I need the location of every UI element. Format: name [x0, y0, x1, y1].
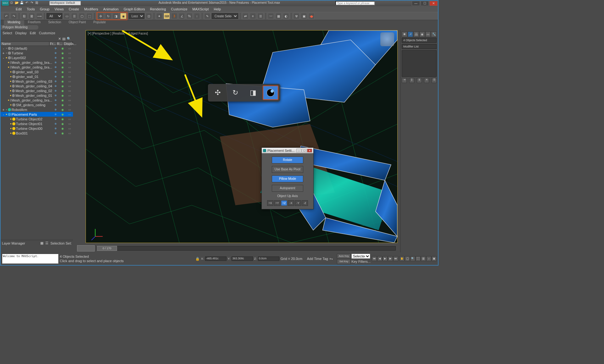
selset-icon[interactable]: ☰	[45, 241, 48, 245]
tree-row[interactable]: ●Mesh_girder_ceiling_bra...❄◉▭	[1, 65, 73, 69]
modifier-stack[interactable]	[402, 50, 437, 77]
tree-row[interactable]: ●SM_girders_ceiling❄◉▭	[1, 102, 73, 107]
tree-row[interactable]: -●Layer002❄◉▭	[1, 55, 73, 60]
undo-icon[interactable]: ↶	[25, 1, 29, 5]
menu-create[interactable]: Create	[66, 7, 81, 12]
use-base-pivot-button[interactable]: Use Base As Pivot	[272, 166, 303, 173]
pivot-button[interactable]: ⊡	[146, 13, 152, 19]
time-slider[interactable]: 0 / 170	[76, 244, 398, 252]
menu-animation[interactable]: Animation	[101, 7, 121, 12]
float-move-button[interactable]: ✣	[210, 85, 226, 100]
tree-row[interactable]: ●Mesh_girder_ceiling_bra...❄◉▭	[1, 98, 73, 102]
tree-row[interactable]: ●Mesh_girder_ceiling_01❄◉▭	[1, 93, 73, 98]
schematic-button[interactable]: ▦	[275, 13, 282, 19]
x-coord[interactable]: -465.481c	[205, 256, 226, 261]
spinner-snap-button[interactable]: ↕	[194, 13, 200, 19]
unlink-button[interactable]: ⛓̸	[29, 13, 35, 19]
modify-tab[interactable]: ↗	[408, 31, 413, 37]
curve-editor-button[interactable]: 〰	[268, 13, 274, 19]
y-coord[interactable]: 363.308c	[232, 256, 253, 261]
menu-tools[interactable]: Tools	[24, 7, 37, 12]
column-Name[interactable]: Name	[1, 42, 49, 46]
select-button[interactable]: ▭	[64, 13, 70, 19]
select-region-button[interactable]: ▢	[79, 13, 85, 19]
display-tab[interactable]: ▭	[425, 31, 431, 37]
placement-button[interactable]: ◉	[120, 13, 126, 19]
time-config-button[interactable]	[77, 245, 95, 251]
se-menu-edit[interactable]: Edit	[30, 31, 36, 35]
ribbon-tab-objectpaint[interactable]: Object Paint	[65, 20, 89, 25]
link-icon[interactable]: ⛓	[35, 1, 39, 5]
menu-modifiers[interactable]: Modifiers	[81, 7, 101, 12]
search-icon[interactable]: 🔍	[67, 37, 71, 41]
ribbon-tab-selection[interactable]: Selection	[44, 20, 65, 25]
move-button[interactable]: ✣	[98, 13, 104, 19]
workspace-dropdown[interactable]: Workspace: Default	[49, 1, 81, 5]
float-scale-button[interactable]: ◨	[245, 85, 261, 100]
play-button[interactable]: ▶	[383, 256, 388, 261]
tree-row[interactable]: +●RobotArm❄◉▭	[1, 107, 73, 112]
align-button[interactable]: ≡	[250, 13, 256, 19]
z-coord[interactable]: 0.0cm	[258, 256, 279, 261]
axis-pY[interactable]: +Y	[274, 200, 280, 206]
hierarchy-tab[interactable]: 品	[413, 31, 419, 37]
keyboard-shortcut-button[interactable]: ⌨	[164, 13, 170, 19]
next-frame-button[interactable]: ▶	[388, 256, 393, 261]
render-button[interactable]: 🫖	[308, 13, 315, 19]
column-R[interactable]: R...	[56, 42, 63, 46]
unique-icon[interactable]: ⊻	[417, 78, 422, 83]
pillow-mode-button[interactable]: Pillow Mode	[272, 175, 303, 182]
undo-button[interactable]: ↶	[3, 13, 9, 19]
help-search-input[interactable]	[335, 1, 375, 5]
viewport[interactable]: [+] [Perspective ] [Realistic + Edged Fa…	[86, 30, 398, 243]
manipulate-button[interactable]: ✦	[156, 13, 162, 19]
menu-edit[interactable]: Edit	[13, 7, 24, 12]
axis-pZ[interactable]: +Z	[281, 200, 287, 206]
autokey-button[interactable]: Auto Key	[337, 254, 351, 259]
remove-mod-icon[interactable]: ✕	[424, 78, 429, 83]
utilities-tab[interactable]: 🔧	[431, 31, 437, 37]
tree-row[interactable]: +●Turbine❄◉▭	[1, 51, 73, 55]
goto-start-button[interactable]: ⏮	[372, 256, 377, 261]
axis-pX[interactable]: +X	[267, 200, 273, 206]
zoom-all-button[interactable]: ⛶	[416, 256, 421, 261]
ref-coord-dropdown[interactable]: Local	[129, 13, 144, 19]
tree-row[interactable]: -●0 (default)❄◉▭	[1, 46, 73, 51]
axis-nX[interactable]: -X	[288, 200, 294, 206]
select-name-button[interactable]: ☰	[71, 13, 77, 19]
rotate-button[interactable]: Rotate	[272, 157, 303, 163]
rotate-button[interactable]: ↻	[105, 13, 111, 19]
motion-tab[interactable]: ◉	[419, 31, 425, 37]
menu-views[interactable]: Views	[52, 7, 66, 12]
viewport-label[interactable]: [+] [Perspective ] [Realistic + Edged Fa…	[88, 32, 148, 35]
tree-row[interactable]: ●Turbine Object01❄◉▭	[1, 121, 73, 126]
axis-nZ[interactable]: -Z	[302, 200, 308, 206]
tree-row[interactable]: -●Placement Parts❄◉▭	[1, 112, 73, 117]
dialog-titlebar[interactable]: Placement Setti... — ☐ ✕	[262, 148, 313, 153]
minimize-button[interactable]: —	[412, 1, 420, 6]
menu-grapheditors[interactable]: Graph Editors	[121, 7, 148, 12]
app-logo[interactable]: MAX	[2, 1, 9, 6]
bind-button[interactable]: ⟿	[36, 13, 42, 19]
named-selset-dropdown[interactable]: Create Selection Se	[212, 13, 238, 19]
render-frame-button[interactable]: ▣	[301, 13, 307, 19]
se-menu-customize[interactable]: Customize	[39, 31, 55, 35]
snap-3-button[interactable]: 3	[171, 13, 177, 19]
layer-icon[interactable]: ▦	[40, 241, 43, 245]
new-icon[interactable]: 🗋	[9, 1, 14, 5]
configure-icon[interactable]: ☰	[432, 78, 437, 83]
dialog-close[interactable]: ✕	[307, 149, 312, 152]
keyfilters-button[interactable]: Key Filters...	[351, 260, 371, 263]
menu-group[interactable]: Group	[37, 7, 52, 12]
menu-help[interactable]: Help	[211, 7, 224, 12]
fov-button[interactable]: ▥	[421, 256, 426, 261]
time-track[interactable]: 0 / 170	[97, 246, 396, 251]
maximize-button[interactable]: ☐	[421, 1, 429, 6]
ribbon-tab-freeform[interactable]: Freeform	[24, 20, 45, 25]
mirror-button[interactable]: ⇄	[242, 13, 249, 19]
angle-snap-button[interactable]: ∠	[179, 13, 185, 19]
autoparent-button[interactable]: Autoparent	[272, 185, 303, 192]
lock-icon[interactable]: 🔒	[195, 257, 200, 261]
axis-nY[interactable]: -Y	[295, 200, 301, 206]
time-handle[interactable]: 0 / 170	[97, 246, 117, 251]
